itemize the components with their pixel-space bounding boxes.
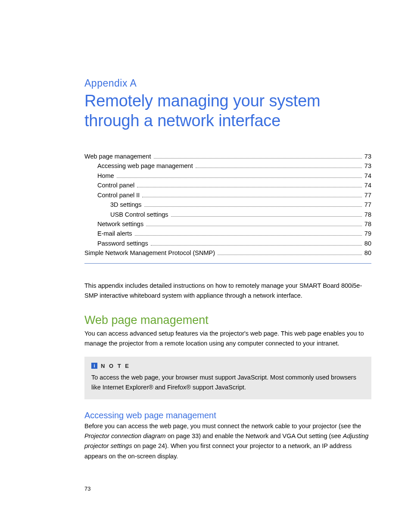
toc-leader-dots bbox=[146, 226, 362, 226]
toc-divider bbox=[84, 263, 371, 264]
toc-leader-dots bbox=[117, 177, 362, 178]
page-number: 73 bbox=[84, 485, 371, 492]
note-body-text: To access the web page, your browser mus… bbox=[91, 373, 364, 392]
toc-entry-page: 79 bbox=[363, 229, 371, 238]
toc-entry-page: 73 bbox=[363, 152, 371, 161]
toc-leader-dots bbox=[171, 216, 362, 217]
toc-leader-dots bbox=[196, 168, 362, 168]
toc-entry-label: Password settings bbox=[97, 239, 150, 248]
toc-entry-label: Network settings bbox=[97, 219, 145, 229]
toc-leader-dots bbox=[151, 245, 362, 246]
toc-entry-label: Simple Network Management Protocol (SNMP… bbox=[84, 248, 217, 258]
toc-entry-page: 80 bbox=[363, 239, 371, 248]
subsection-paragraph: Before you can access the web page, you … bbox=[84, 421, 371, 461]
intro-paragraph: This appendix includes detailed instruct… bbox=[84, 281, 371, 301]
toc-entry[interactable]: Password settings80 bbox=[84, 239, 371, 248]
toc-leader-dots bbox=[154, 158, 362, 159]
toc-entry-page: 73 bbox=[363, 161, 371, 171]
toc-entry-label: Web page management bbox=[84, 152, 153, 161]
toc-entry-label: E-mail alerts bbox=[97, 229, 134, 238]
toc-leader-dots bbox=[142, 197, 362, 197]
subsection-heading-accessing: Accessing web page management bbox=[84, 411, 371, 420]
toc-entry-page: 77 bbox=[363, 190, 371, 200]
toc-entry[interactable]: USB Control settings78 bbox=[84, 210, 371, 219]
reference-projector-connection-diagram: Projector connection diagram bbox=[84, 432, 166, 439]
toc-entry[interactable]: Control panel74 bbox=[84, 180, 371, 190]
toc-entry-label: USB Control settings bbox=[110, 210, 170, 219]
text-run: Before you can access the web page, you … bbox=[84, 423, 361, 429]
toc-entry-page: 77 bbox=[363, 200, 371, 209]
info-icon: i bbox=[91, 363, 97, 369]
toc-entry-page: 74 bbox=[363, 171, 371, 180]
toc-entry-label: Home bbox=[97, 171, 116, 180]
toc-leader-dots bbox=[144, 206, 362, 207]
toc-entry[interactable]: Web page management73 bbox=[84, 152, 371, 161]
table-of-contents: Web page management73Accessing web page … bbox=[84, 152, 371, 258]
toc-entry-label: Control panel bbox=[97, 180, 136, 190]
toc-entry-page: 80 bbox=[363, 248, 371, 258]
toc-entry[interactable]: Home74 bbox=[84, 171, 371, 180]
document-page: Appendix A Remotely managing your system… bbox=[0, 0, 411, 518]
appendix-label: Appendix A bbox=[84, 78, 371, 89]
toc-leader-dots bbox=[135, 235, 362, 236]
toc-entry-page: 78 bbox=[363, 219, 371, 229]
toc-entry[interactable]: E-mail alerts79 bbox=[84, 229, 371, 238]
toc-entry-label: Accessing web page management bbox=[97, 161, 195, 171]
toc-entry[interactable]: Simple Network Management Protocol (SNMP… bbox=[84, 248, 371, 258]
toc-entry-label: 3D settings bbox=[110, 200, 143, 209]
text-run: on page 33) and enable the Network and V… bbox=[166, 432, 343, 439]
toc-entry-page: 78 bbox=[363, 210, 371, 219]
toc-leader-dots bbox=[218, 255, 362, 255]
chapter-title: Remotely managing your system through a … bbox=[84, 91, 371, 131]
section-heading-web-page-management: Web page management bbox=[84, 314, 371, 327]
toc-entry[interactable]: Control panel II77 bbox=[84, 190, 371, 200]
toc-leader-dots bbox=[137, 187, 362, 187]
note-box: i N O T E To access the web page, your b… bbox=[84, 357, 371, 399]
toc-entry[interactable]: Network settings78 bbox=[84, 219, 371, 229]
section-paragraph: You can access advanced setup features v… bbox=[84, 329, 371, 348]
toc-entry-page: 74 bbox=[363, 180, 371, 190]
note-header: i N O T E bbox=[91, 363, 364, 369]
toc-entry[interactable]: 3D settings77 bbox=[84, 200, 371, 209]
toc-entry[interactable]: Accessing web page management73 bbox=[84, 161, 371, 171]
note-label: N O T E bbox=[101, 363, 130, 369]
toc-entry-label: Control panel II bbox=[97, 190, 141, 200]
